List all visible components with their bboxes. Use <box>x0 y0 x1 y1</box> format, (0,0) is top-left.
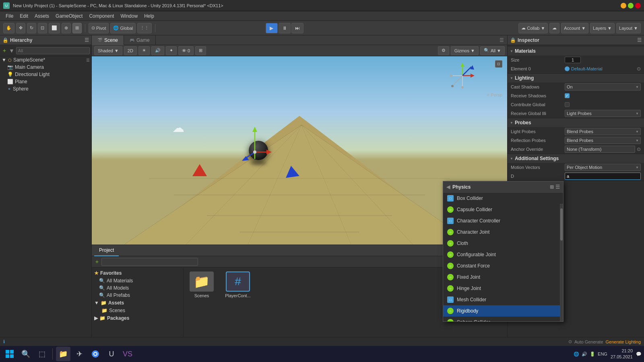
phys-configurable-joint[interactable]: ○ Configurable Joint <box>443 249 563 260</box>
probes-header[interactable]: ▼ Probes <box>508 118 644 127</box>
task-view-btn[interactable]: ⬚ <box>35 347 49 361</box>
scene-lighting[interactable]: ☀ <box>138 46 150 55</box>
hierarchy-item-sphere[interactable]: ⚬ Sphere <box>0 85 91 93</box>
custom-tool[interactable]: ⊞ <box>72 23 82 33</box>
gizmos-label-btn[interactable]: Gizmos ▼ <box>451 46 479 55</box>
back-arrow-icon[interactable]: ◀ <box>446 184 450 190</box>
start-button[interactable] <box>2 347 17 361</box>
shaded-dropdown[interactable]: Shaded ▼ <box>94 46 122 55</box>
layout-button[interactable]: Layout ▼ <box>616 23 641 33</box>
unity-taskbar-btn[interactable]: U <box>104 347 119 361</box>
scene-gizmo-btn[interactable]: ⚙ <box>438 46 449 55</box>
cloud-button[interactable]: ☁ <box>549 23 559 33</box>
menu-help[interactable]: Help <box>141 12 157 20</box>
motion-vectors-dropdown[interactable]: Per Object Motion ▼ <box>565 164 641 171</box>
packages-header[interactable]: ▶ 📁 Packages <box>92 314 183 322</box>
phys-character-controller[interactable]: □ Character Controller <box>443 215 563 226</box>
scene-grids[interactable]: ⊞ <box>195 46 206 55</box>
transform-tool[interactable]: ⊕ <box>62 23 71 33</box>
hierarchy-search-btn[interactable]: ▼ <box>9 47 14 54</box>
phys-hinge-joint[interactable]: ○ Hinge Joint <box>443 283 563 294</box>
asset-scenes[interactable]: 📁 Scenes <box>188 272 216 333</box>
receive-shadows-checkbox[interactable]: ✓ <box>565 93 570 98</box>
physics-menu-icon[interactable]: ☰ <box>555 184 560 190</box>
minimize-button[interactable] <box>621 3 626 8</box>
materials-header[interactable]: ▼ Materials <box>508 47 644 56</box>
favorites-header[interactable]: ★ Favorites <box>92 269 183 277</box>
additional-header[interactable]: ▼ Additional Settings <box>508 154 644 163</box>
phys-fixed-joint[interactable]: ○ Fixed Joint <box>443 272 563 283</box>
move-tool[interactable]: ✥ <box>16 23 25 33</box>
step-button[interactable]: ⏭ <box>291 23 303 33</box>
tab-game[interactable]: 🎮 Game <box>124 35 156 45</box>
phys-capsule-collider[interactable]: ○ Capsule Collider <box>443 204 563 215</box>
notification-icon[interactable]: 💬 <box>636 352 642 357</box>
menu-file[interactable]: File <box>2 12 17 20</box>
global-button[interactable]: 🌐 Global <box>110 23 136 33</box>
add-asset-btn[interactable]: ＋ <box>94 258 100 265</box>
phys-box-collider[interactable]: □ Box Collider <box>443 193 563 204</box>
phys-sphere-collider[interactable]: ○ Sphere Collider <box>443 317 563 321</box>
hand-tool[interactable]: ✋ <box>3 23 14 33</box>
inspector-menu-icon[interactable]: ☰ <box>637 37 642 43</box>
maximize-viewport-btn[interactable]: ⊡ <box>495 60 502 68</box>
fav-all-materials[interactable]: 🔍 All Materials <box>92 277 183 284</box>
scene-menu-icon[interactable]: ☰ <box>86 58 90 62</box>
scene-menu-btn[interactable]: ☰ <box>500 37 507 43</box>
physics-scrollthumb[interactable] <box>560 208 563 241</box>
scene-hidden[interactable]: 👁 0 <box>178 46 194 55</box>
menu-window[interactable]: Window <box>117 12 141 20</box>
fav-all-prefabs[interactable]: 🔍 All Prefabs <box>92 292 183 299</box>
light-probes-dropdown[interactable]: Blend Probes ▼ <box>565 128 641 135</box>
reflection-probes-dropdown[interactable]: Blend Probes ▼ <box>565 137 641 144</box>
physics-scrollbar[interactable] <box>560 204 563 321</box>
menu-component[interactable]: Component <box>86 12 117 20</box>
asset-playercontroller[interactable]: # PlayerCont... <box>224 272 252 333</box>
rotate-tool[interactable]: ↻ <box>27 23 36 33</box>
element0-value[interactable]: Default-Material <box>571 66 635 71</box>
lighting-header[interactable]: ▼ Lighting <box>508 74 644 82</box>
hierarchy-item-directionallight[interactable]: 💡 Directional Light <box>0 71 91 78</box>
scene-fx[interactable]: ✦ <box>166 46 177 55</box>
proj-scenes-folder[interactable]: 📁 Scenes <box>92 307 183 314</box>
rect-tool[interactable]: ⬜ <box>49 23 60 33</box>
2d-button[interactable]: 2D <box>124 46 137 55</box>
size-value[interactable]: 1 <box>565 57 581 63</box>
receive-global-dropdown[interactable]: Light Probes ▼ <box>565 110 641 117</box>
hierarchy-menu-icon[interactable]: ☰ <box>85 37 89 43</box>
tab-scene[interactable]: 🎬 Scene <box>92 35 124 45</box>
search-taskbar-btn[interactable]: 🔍 <box>19 347 33 361</box>
assets-tree-header[interactable]: ▼ 📁 Assets <box>92 299 183 307</box>
close-button[interactable] <box>635 3 641 8</box>
layers-button[interactable]: Layers ▼ <box>590 23 615 33</box>
phys-mesh-collider[interactable]: □ Mesh Collider <box>443 294 563 305</box>
hierarchy-search[interactable] <box>16 47 90 54</box>
add-button[interactable]: ＋ <box>2 47 7 54</box>
phys-rigidbody[interactable]: ○ Rigidbody <box>443 305 563 317</box>
phys-constant-force[interactable]: ○ Constant Force <box>443 260 563 272</box>
asset-search[interactable] <box>101 258 198 266</box>
fav-all-models[interactable]: 🔍 All Models <box>92 284 183 292</box>
anchor-override-dropdown[interactable]: None (Transform) <box>565 146 635 153</box>
menu-assets[interactable]: Assets <box>31 12 52 20</box>
maximize-button[interactable] <box>628 3 634 8</box>
all-dropdown[interactable]: 🔍 All ▼ <box>480 46 505 55</box>
menu-edit[interactable]: Edit <box>17 12 31 20</box>
explorer-btn[interactable]: 📁 <box>56 347 70 361</box>
pivot-button[interactable]: ⊙ Pivot <box>89 23 109 33</box>
phys-character-joint[interactable]: ○ Character Joint <box>443 226 563 238</box>
collab-button[interactable]: ☁ Collab ▼ <box>518 23 548 33</box>
element0-target-icon[interactable]: ⊙ <box>637 66 641 72</box>
scene-audio[interactable]: 🔊 <box>151 46 164 55</box>
account-button[interactable]: Account ▼ <box>561 23 588 33</box>
cast-shadows-dropdown[interactable]: On ▼ <box>565 83 641 90</box>
scene-root[interactable]: ▼ ⬡ SampleScene* ☰ <box>0 56 91 64</box>
snap-button[interactable]: ⋮⋮ <box>137 23 152 33</box>
menu-gameobject[interactable]: GameObject <box>52 12 86 20</box>
tab-project[interactable]: Project <box>94 245 119 256</box>
move-gizmo[interactable] <box>235 121 275 165</box>
hierarchy-item-plane[interactable]: ⬜ Plane <box>0 78 91 85</box>
hierarchy-item-maincamera[interactable]: 📷 Main Camera <box>0 64 91 71</box>
scale-tool[interactable]: ⊡ <box>38 23 47 33</box>
contribute-global-checkbox[interactable] <box>565 102 570 107</box>
